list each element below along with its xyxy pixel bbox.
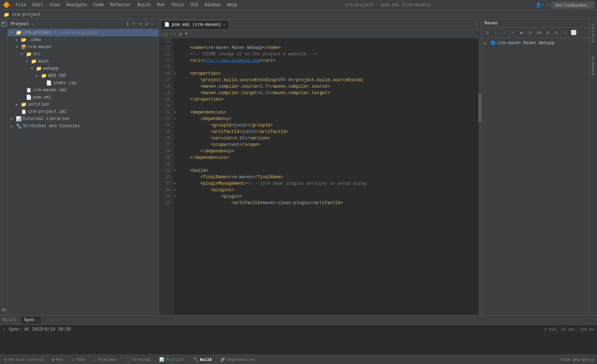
maven-project-expand-arrow[interactable]: ▶ — [485, 41, 489, 45]
maven-run-btn[interactable]: ▶ — [518, 29, 525, 36]
ide-updates-icon[interactable]: ⚡ — [546, 2, 549, 8]
maven-collapse-btn[interactable]: → — [561, 29, 569, 36]
nav-up-btn[interactable]: ▲ — [179, 31, 182, 37]
filter-btn[interactable]: ⚗ — [138, 21, 143, 27]
sync-status-line: ✓ Sync: At 2023/6/14 20:20 2 min, 12 sec… — [3, 326, 594, 332]
tree-item-scratches[interactable]: ▶ 🔧 Scratches and Consoles — [8, 123, 159, 130]
idea-expand-arrow[interactable]: ▶ — [16, 38, 21, 42]
code-line-11 — [179, 38, 478, 45]
code-line-19: <maven.compiler.target>1.7</maven.compil… — [179, 90, 478, 96]
menu-vcs[interactable]: VCS — [188, 2, 201, 8]
tab-options-btn[interactable]: ⋮ — [473, 21, 480, 28]
build-tab[interactable]: 🔨 Build — [192, 356, 213, 363]
tree-item-indexjsp[interactable]: ▶ 📄 index.jsp — [8, 79, 159, 87]
fold-22[interactable]: ▼ — [174, 109, 179, 116]
code-line-13: <!-- FIXME change it to the project's we… — [179, 51, 478, 57]
todo-label: TODO — [76, 358, 85, 362]
menu-build[interactable]: Build — [134, 2, 153, 8]
user-icon[interactable]: 👤▾ — [536, 2, 544, 8]
tree-item-main[interactable]: ▼ 📁 main — [8, 58, 159, 65]
crm-maven-expand-arrow[interactable]: ▼ — [16, 45, 21, 49]
menu-help[interactable]: Help — [224, 2, 240, 8]
tree-item-crm-maven[interactable]: ▼ 📦 crm-maven — [8, 43, 159, 51]
src-expand-arrow[interactable]: ▼ — [21, 52, 26, 56]
menu-code[interactable]: Code — [91, 2, 107, 8]
extlibs-expand-arrow[interactable]: ▶ — [11, 117, 16, 121]
ok-number: 1 — [174, 32, 176, 36]
bookmarks-vtab[interactable]: Bookmarks — [591, 53, 596, 78]
maven-expand-btn[interactable]: ⬜ — [570, 29, 577, 36]
todo-tab[interactable]: ☑ TODO — [70, 356, 87, 363]
tree-item-external-libs[interactable]: ▶ 📊 External Libraries — [8, 115, 159, 123]
run-tab[interactable]: ▶ Run — [51, 356, 65, 363]
code-line-26: <version>4.11</version> — [179, 135, 478, 142]
pomxml-tab-close[interactable]: ✕ — [223, 22, 226, 27]
untitled-expand-arrow[interactable]: ▶ — [16, 102, 21, 107]
fold-empty-17 — [174, 77, 179, 83]
main-expand-arrow[interactable]: ▼ — [26, 60, 31, 64]
scratches-expand-arrow[interactable]: ▶ — [11, 124, 16, 128]
editor-scrollbar-thumb[interactable] — [478, 93, 481, 122]
fold-34[interactable]: ▼ — [174, 187, 179, 193]
terminal-tab[interactable]: ⬛ Terminal — [124, 356, 152, 363]
main-area: Project ▾ ⊕ ≡ ⚗ ⚙ — ▼ 📁 crm-project D:\c… — [0, 19, 597, 315]
sync-tab[interactable]: Sync ✕ — [21, 317, 41, 323]
editor-tab-pomxml[interactable]: 📄 pom.xml (crm-maven) ✕ — [160, 20, 229, 29]
settings-btn[interactable]: ⚙ — [144, 21, 149, 27]
maven-refresh-btn[interactable]: ↻ — [484, 29, 491, 36]
nav-down-btn[interactable]: ▼ — [185, 31, 188, 37]
profiler-tab[interactable]: 📊 Profiler — [158, 356, 186, 363]
minimize-btn[interactable]: — — [151, 21, 156, 27]
project-tool-icon[interactable] — [1, 21, 7, 27]
fold-16[interactable]: ▼ — [174, 70, 179, 77]
editor-scrollbar[interactable] — [478, 38, 481, 315]
menu-file[interactable]: File — [13, 2, 29, 8]
maven-upload-btn[interactable]: ↑ — [501, 29, 508, 36]
code-area[interactable]: <name>crm-maven Maven Webapp</name> <!--… — [179, 38, 478, 315]
fold-empty-12 — [174, 45, 179, 51]
structure-vtab[interactable]: Structure — [591, 21, 596, 46]
add-configuration-button[interactable]: Add Configuration... — [551, 2, 594, 8]
maven-lifecycle-btn[interactable]: ≡ — [553, 29, 560, 36]
run-label: Run — [56, 358, 63, 362]
tree-item-untitled[interactable]: ▶ 📁 untitled — [8, 101, 159, 108]
maven-download-btn[interactable]: ↓ — [492, 29, 500, 36]
maven-add-btn[interactable]: + — [510, 29, 517, 36]
tree-item-crm-maven-iml[interactable]: ▶ 📋 crm-maven.iml — [8, 87, 159, 94]
sync-tab-close[interactable]: ✕ — [36, 318, 38, 322]
tree-item-webinf[interactable]: ▶ 📁 WEB-INF — [8, 72, 159, 79]
file-tree-header: Project ▾ ⊕ ≡ ⚗ ⚙ — — [8, 19, 159, 29]
tree-item-root[interactable]: ▼ 📁 crm-project D:\code\crm-project — [8, 29, 159, 36]
menu-edit[interactable]: Edit — [30, 2, 46, 8]
version-control-tab[interactable]: ⊕ Version Control — [3, 356, 45, 363]
menu-navigate[interactable]: Navigate — [63, 2, 90, 8]
fold-33[interactable]: ▼ — [174, 180, 179, 187]
maven-m-btn[interactable]: m — [527, 29, 534, 36]
tree-item-crm-project-iml[interactable]: ▶ 📋 crm-project.iml — [8, 108, 159, 115]
webinf-expand-arrow[interactable]: ▶ — [36, 74, 41, 78]
dependencies-tab[interactable]: 🔗 Dependencies — [219, 356, 257, 363]
panel-dropdown-arrow[interactable]: ▾ — [31, 22, 33, 26]
menu-view[interactable]: View — [47, 2, 63, 8]
collapse-all-btn[interactable]: ≡ — [132, 21, 137, 27]
tree-item-idea[interactable]: ▶ 📂 .idea — [8, 36, 159, 43]
menu-run[interactable]: Run — [154, 2, 167, 8]
webapp-expand-arrow[interactable]: ▼ — [31, 67, 36, 71]
locate-file-btn[interactable]: ⊕ — [125, 21, 130, 27]
tree-item-pomxml[interactable]: ▶ 📄 pom.xml — [8, 94, 159, 101]
root-expand-arrow[interactable]: ▼ — [11, 31, 16, 35]
structure-tool-icon[interactable] — [1, 307, 7, 313]
fold-23[interactable]: ▼ — [174, 116, 179, 122]
tree-item-src[interactable]: ▼ 📁 src — [8, 51, 159, 58]
maven-toggle-btn[interactable]: ≡m — [536, 29, 543, 36]
menu-tools[interactable]: Tools — [168, 2, 187, 8]
maven-item-crm-maven[interactable]: ▶ 🔵 crm-maven Maven Webapp — [483, 40, 588, 47]
tree-item-webapp[interactable]: ▼ 📁 webapp — [8, 65, 159, 72]
fold-31[interactable]: ▼ — [174, 167, 179, 174]
maven-settings-btn[interactable]: ⚙ — [544, 29, 551, 36]
menu-window[interactable]: Window — [202, 2, 223, 8]
problems-tab[interactable]: ⚠ Problems — [92, 356, 118, 363]
fold-35[interactable]: ▼ — [174, 193, 179, 200]
menu-refactor[interactable]: Refactor — [107, 2, 134, 8]
status-right-info: CSDN @Margeryy — [561, 358, 594, 362]
